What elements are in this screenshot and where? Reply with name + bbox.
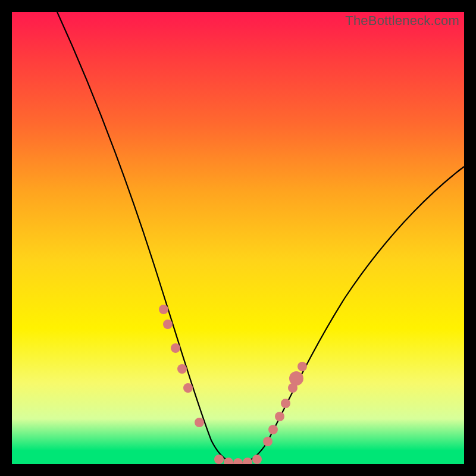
marker-dot xyxy=(159,305,168,314)
marker-dot xyxy=(177,364,187,374)
plot-area: TheBottleneck.com xyxy=(12,12,464,464)
curve-layer xyxy=(12,12,464,464)
marker-dot xyxy=(275,412,284,421)
bottleneck-curve xyxy=(57,12,464,463)
marker-dot xyxy=(289,371,303,386)
marker-dot xyxy=(233,458,243,464)
marker-dot xyxy=(252,455,262,464)
marker-dot xyxy=(268,425,278,434)
marker-dot xyxy=(263,437,273,446)
marker-dot xyxy=(214,455,224,464)
marker-dot xyxy=(281,399,290,408)
marker-dot xyxy=(195,418,204,427)
marker-dot xyxy=(171,343,180,353)
marker-dot xyxy=(298,362,307,371)
marker-dot xyxy=(163,320,173,329)
marker-dot xyxy=(183,383,193,393)
chart-frame: TheBottleneck.com xyxy=(0,0,476,476)
marker-dot xyxy=(243,458,252,464)
